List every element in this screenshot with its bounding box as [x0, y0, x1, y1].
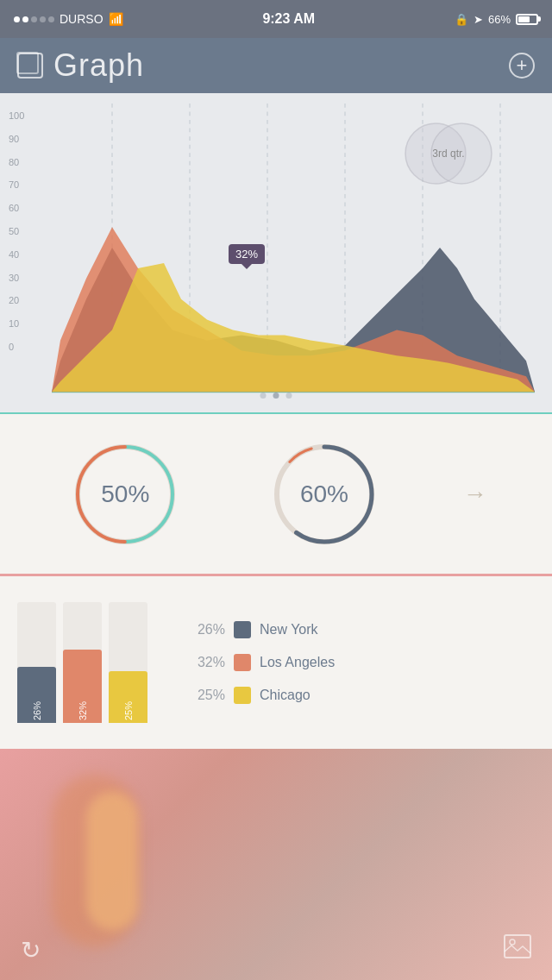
refresh-icon[interactable]: ↻: [21, 936, 41, 964]
bar-label-3: 25%: [123, 701, 134, 720]
chart-tooltip: 32%: [229, 244, 265, 264]
y-label-80: 80: [9, 157, 24, 167]
venn-diagram: 3rd qtr.: [388, 119, 509, 188]
svg-rect-16: [505, 935, 530, 958]
carrier-label: DURSO: [60, 12, 104, 26]
circle-label-1: 50%: [101, 481, 149, 508]
status-bar: DURSO 📶 9:23 AM 🔒 ➤ 66%: [0, 0, 552, 38]
indicator-dot-1[interactable]: [260, 393, 267, 399]
legend: 26% New York 32% Los Angeles 25% Chicago: [173, 621, 535, 704]
y-axis: 100 90 80 70 60 50 40 30 20 10 0: [9, 110, 24, 352]
location-icon: ➤: [474, 13, 483, 26]
bar-label-1: 26%: [32, 701, 42, 720]
circle-widget-1: 50%: [65, 434, 185, 555]
y-label-100: 100: [9, 110, 24, 121]
y-label-60: 60: [9, 203, 24, 213]
legend-pct-3: 25%: [191, 688, 225, 703]
status-left: DURSO 📶: [14, 12, 123, 26]
blur-decoration-2: [86, 792, 138, 930]
circle-label-2: 60%: [300, 481, 348, 508]
y-label-50: 50: [9, 226, 24, 236]
bar-fill-1: 26%: [17, 667, 56, 723]
legend-pct-2: 32%: [191, 655, 225, 670]
signal-dot-1: [14, 16, 20, 22]
bar-section: 26% 32% 25% 26% New York: [0, 576, 552, 749]
bar-wrapper-1: 26%: [17, 602, 56, 723]
signal-dot-5: [48, 16, 54, 22]
image-icon[interactable]: [504, 934, 531, 964]
header-left: Graph: [17, 47, 144, 84]
legend-item-2: 32% Los Angeles: [191, 654, 535, 671]
svg-text:3rd qtr.: 3rd qtr.: [432, 148, 464, 160]
circles-section: 50% 60% →: [0, 414, 552, 574]
indicator-dot-2[interactable]: [273, 393, 279, 399]
arrow-right-icon[interactable]: →: [463, 481, 487, 508]
page-indicator: [260, 393, 292, 399]
add-button[interactable]: +: [509, 53, 535, 79]
status-right: 🔒 ➤ 66%: [455, 13, 538, 26]
bar-chart: 26% 32% 25%: [17, 594, 147, 732]
svg-point-17: [510, 939, 515, 945]
y-label-20: 20: [9, 295, 24, 305]
page-title: Graph: [53, 47, 144, 84]
layers-icon: [17, 53, 43, 79]
status-time: 9:23 AM: [262, 11, 315, 27]
y-label-30: 30: [9, 273, 24, 283]
wifi-icon: 📶: [109, 12, 123, 26]
bar-fill-3: 25%: [109, 671, 147, 723]
bar-wrapper-2: 32%: [63, 602, 102, 723]
signal-dot-3: [31, 16, 37, 22]
battery-fill: [518, 16, 530, 22]
chart-section: 100 90 80 70 60 50 40 30 20 10 0 3rd: [0, 93, 552, 412]
bar-label-2: 32%: [78, 701, 88, 720]
battery-icon: [516, 14, 538, 25]
y-label-70: 70: [9, 179, 24, 190]
header: Graph +: [0, 38, 552, 93]
legend-name-3: Chicago: [260, 688, 310, 703]
legend-name-1: New York: [260, 622, 318, 638]
bar-fill-2: 32%: [63, 650, 102, 723]
legend-item-3: 25% Chicago: [191, 687, 535, 704]
y-label-90: 90: [9, 134, 24, 144]
bar-bg-2: 32%: [63, 602, 102, 723]
legend-color-3: [234, 687, 251, 704]
signal-dot-2: [22, 16, 28, 22]
y-label-10: 10: [9, 318, 24, 329]
indicator-dot-3[interactable]: [286, 393, 292, 399]
circle-widget-2: 60%: [264, 434, 385, 555]
bottom-section: ↻: [0, 749, 552, 980]
legend-color-1: [234, 621, 251, 638]
legend-item-1: 26% New York: [191, 621, 535, 638]
lock-icon: 🔒: [455, 13, 468, 26]
bar-wrapper-3: 25%: [109, 602, 147, 723]
legend-pct-1: 26%: [191, 622, 225, 638]
signal-dot-4: [40, 16, 46, 22]
bar-bg-1: 26%: [17, 602, 56, 723]
legend-name-2: Los Angeles: [260, 655, 335, 670]
signal-dots: [14, 16, 54, 22]
bar-bg-3: 25%: [109, 602, 147, 723]
y-label-0: 0: [9, 342, 24, 352]
y-label-40: 40: [9, 249, 24, 260]
battery-pct: 66%: [488, 13, 511, 26]
legend-color-2: [234, 654, 251, 671]
